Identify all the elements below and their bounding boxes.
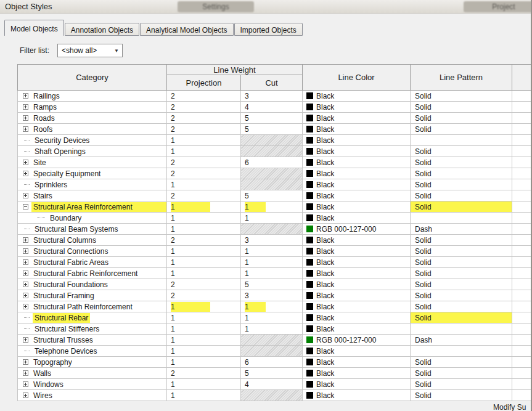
table-row[interactable]: Structural Path Reinforcement11BlackSoli… (18, 301, 532, 312)
category-cell[interactable]: Shaft Openings (18, 146, 167, 157)
table-row[interactable]: Windows14BlackSolid (18, 379, 532, 390)
category-cell[interactable]: Structural Fabric Reinforcement (18, 268, 167, 279)
category-cell[interactable]: Structural Columns (18, 235, 167, 246)
cut-cell[interactable]: 1 (241, 257, 303, 268)
line-color-swatch[interactable] (306, 226, 313, 232)
line-color-swatch[interactable] (306, 170, 313, 177)
table-row[interactable]: Structural Area Reinforcement11BlackSoli… (18, 201, 532, 213)
collapse-icon[interactable] (23, 204, 28, 210)
line-pattern-cell[interactable]: Solid (411, 124, 512, 135)
line-color-cell[interactable]: Black (303, 390, 411, 401)
line-color-cell[interactable]: RGB 000-127-000 (303, 224, 411, 235)
projection-cell[interactable]: 1 (167, 346, 241, 357)
table-row[interactable]: Roofs25BlackSolid (18, 124, 532, 135)
cut-cell[interactable]: 1 (241, 201, 303, 213)
line-pattern-cell[interactable]: Solid (411, 157, 512, 168)
category-cell[interactable]: Security Devices (18, 135, 167, 146)
line-color-cell[interactable]: Black (303, 301, 411, 312)
line-pattern-cell[interactable]: Solid (411, 379, 512, 390)
line-color-cell[interactable]: Black (303, 135, 411, 146)
category-cell[interactable]: Wires (18, 390, 167, 401)
line-color-cell[interactable]: RGB 000-127-000 (303, 335, 411, 346)
line-color-cell[interactable]: Black (303, 324, 411, 335)
table-row[interactable]: Railings23BlackSolid (18, 91, 532, 102)
cut-cell[interactable]: 1 (241, 312, 303, 324)
projection-cell[interactable]: 1 (167, 324, 241, 335)
titlebar[interactable]: Object Styles Settings Project (0, 0, 532, 14)
category-cell[interactable]: Telephone Devices (18, 346, 167, 357)
line-color-cell[interactable]: Black (303, 379, 411, 390)
expand-icon[interactable] (23, 248, 28, 254)
cut-cell[interactable]: 1 (241, 301, 303, 312)
expand-icon[interactable] (23, 171, 28, 176)
line-color-swatch[interactable] (306, 248, 313, 254)
cut-cell[interactable]: 5 (241, 368, 303, 379)
filter-list-dropdown[interactable]: <show all> ▼ (57, 44, 123, 57)
expand-icon[interactable] (23, 381, 28, 387)
expand-icon[interactable] (23, 126, 28, 132)
projection-cell[interactable]: 1 (167, 224, 241, 235)
projection-cell[interactable]: 2 (167, 102, 241, 113)
line-color-cell[interactable]: Black (303, 346, 411, 357)
line-color-cell[interactable]: Black (303, 168, 411, 179)
projection-cell[interactable]: 1 (167, 312, 241, 324)
line-pattern-cell[interactable]: Dash (411, 335, 512, 346)
cut-cell[interactable]: 6 (241, 157, 303, 168)
line-color-swatch[interactable] (306, 281, 313, 288)
category-cell[interactable]: Specialty Equipment (18, 168, 167, 179)
cut-cell[interactable]: 3 (241, 290, 303, 301)
cut-cell[interactable]: 5 (241, 190, 303, 201)
table-row[interactable]: Structural Rebar11BlackSolid (18, 312, 532, 324)
expand-icon[interactable] (23, 304, 28, 309)
line-color-cell[interactable]: Black (303, 179, 411, 190)
category-cell[interactable]: Sprinklers (18, 179, 167, 190)
cut-cell[interactable]: 1 (241, 268, 303, 279)
line-color-swatch[interactable] (306, 348, 313, 354)
line-color-swatch[interactable] (306, 392, 313, 399)
line-color-swatch[interactable] (306, 181, 313, 188)
table-row[interactable]: Roads25BlackSolid (18, 113, 532, 124)
table-row[interactable]: Structural Trusses1RGB 000-127-000Dash (18, 335, 532, 346)
line-pattern-cell[interactable]: Solid (411, 357, 512, 368)
line-color-swatch[interactable] (306, 126, 313, 132)
line-color-cell[interactable]: Black (303, 201, 411, 213)
category-cell[interactable]: Structural Rebar (18, 312, 167, 324)
category-cell[interactable]: Site (18, 157, 167, 168)
tab-imported-objects[interactable]: Imported Objects (234, 23, 303, 36)
category-cell[interactable]: Stairs (18, 190, 167, 201)
projection-cell[interactable]: 2 (167, 124, 241, 135)
line-pattern-cell[interactable]: Solid (411, 91, 512, 102)
table-row[interactable]: Telephone Devices1Black (18, 346, 532, 357)
line-pattern-cell[interactable]: Dash (411, 224, 512, 235)
column-header-line-pattern[interactable]: Line Pattern (411, 65, 512, 91)
line-color-cell[interactable]: Black (303, 157, 411, 168)
line-color-cell[interactable]: Black (303, 357, 411, 368)
category-cell[interactable]: Boundary (18, 213, 167, 224)
category-cell[interactable]: Railings (18, 91, 167, 102)
expand-icon[interactable] (23, 271, 28, 276)
cut-cell[interactable]: 5 (241, 279, 303, 290)
projection-cell[interactable]: 2 (167, 235, 241, 246)
projection-cell[interactable]: 1 (167, 201, 241, 213)
cut-cell[interactable]: 4 (241, 102, 303, 113)
cut-cell[interactable]: 3 (241, 235, 303, 246)
line-color-swatch[interactable] (306, 203, 313, 210)
cut-cell[interactable]: 1 (241, 324, 303, 335)
projection-cell[interactable]: 2 (167, 190, 241, 201)
expand-icon[interactable] (23, 359, 28, 365)
category-cell[interactable]: Windows (18, 379, 167, 390)
line-color-swatch[interactable] (306, 359, 313, 365)
projection-cell[interactable]: 1 (167, 379, 241, 390)
line-pattern-cell[interactable]: Solid (411, 179, 512, 190)
projection-cell[interactable]: 2 (167, 157, 241, 168)
line-color-swatch[interactable] (306, 314, 313, 321)
line-pattern-cell[interactable]: Solid (411, 190, 512, 201)
line-pattern-cell[interactable]: Solid (411, 113, 512, 124)
category-cell[interactable]: Structural Foundations (18, 279, 167, 290)
expand-icon[interactable] (23, 193, 28, 198)
category-cell[interactable]: Structural Beam Systems (18, 224, 167, 235)
table-row[interactable]: Security Devices1Black (18, 135, 532, 146)
line-color-swatch[interactable] (306, 214, 313, 221)
line-color-cell[interactable]: Black (303, 312, 411, 324)
line-color-cell[interactable]: Black (303, 190, 411, 201)
